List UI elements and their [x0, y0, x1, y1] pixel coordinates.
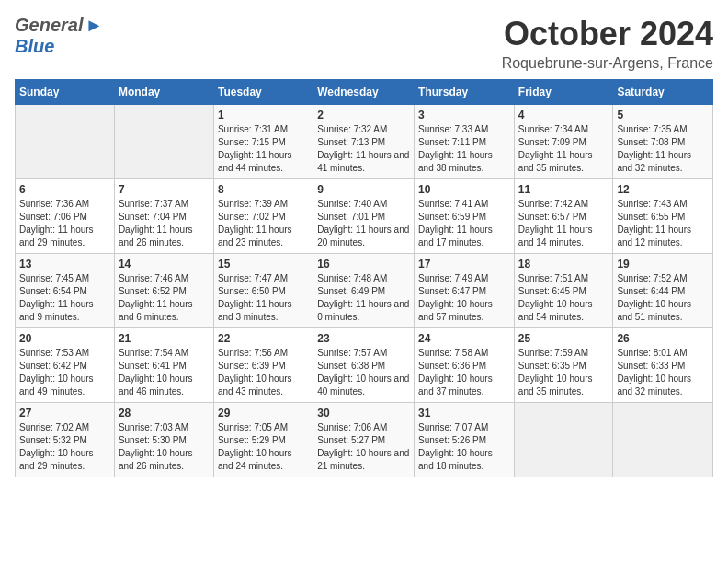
sunset: Sunset: 7:08 PM	[617, 137, 685, 147]
daylight: Daylight: 11 hours and 41 minutes.	[317, 150, 409, 173]
sunrise: Sunrise: 7:52 AM	[617, 273, 687, 283]
daylight: Daylight: 10 hours and 54 minutes.	[518, 299, 593, 322]
day-cell: 15Sunrise: 7:47 AMSunset: 6:50 PMDayligh…	[213, 254, 313, 328]
sunrise: Sunrise: 7:53 AM	[19, 348, 89, 358]
sunset: Sunset: 5:26 PM	[418, 435, 486, 445]
daylight: Daylight: 11 hours and 20 minutes.	[317, 224, 409, 247]
sunrise: Sunrise: 7:41 AM	[418, 199, 488, 209]
sunset: Sunset: 5:27 PM	[317, 435, 385, 445]
day-info: Sunrise: 7:56 AMSunset: 6:39 PMDaylight:…	[218, 347, 309, 398]
day-number: 1	[218, 109, 309, 121]
week-row-1: 1Sunrise: 7:31 AMSunset: 7:15 PMDaylight…	[16, 105, 713, 179]
day-info: Sunrise: 7:36 AMSunset: 7:06 PMDaylight:…	[19, 198, 110, 249]
day-number: 12	[617, 183, 709, 196]
daylight: Daylight: 10 hours and 57 minutes.	[418, 299, 493, 322]
day-number: 8	[218, 183, 309, 196]
day-number: 6	[19, 183, 110, 196]
daylight: Daylight: 11 hours and 0 minutes.	[317, 299, 409, 322]
day-info: Sunrise: 7:59 AMSunset: 6:35 PMDaylight:…	[518, 347, 609, 398]
sunset: Sunset: 6:52 PM	[119, 286, 187, 296]
sunset: Sunset: 7:02 PM	[218, 212, 286, 222]
page-header: General ► Blue October 2024 Roquebrune-s…	[15, 15, 713, 72]
day-cell: 24Sunrise: 7:58 AMSunset: 6:36 PMDayligh…	[415, 328, 515, 403]
day-cell: 17Sunrise: 7:49 AMSunset: 6:47 PMDayligh…	[415, 254, 515, 328]
column-header-tuesday: Tuesday	[213, 80, 313, 105]
sunset: Sunset: 6:36 PM	[418, 361, 486, 371]
day-number: 15	[218, 258, 309, 270]
location: Roquebrune-sur-Argens, France	[502, 55, 713, 72]
daylight: Daylight: 10 hours and 24 minutes.	[218, 448, 292, 471]
day-number: 27	[19, 407, 110, 419]
sunrise: Sunrise: 7:47 AM	[218, 273, 288, 283]
sunset: Sunset: 6:35 PM	[518, 361, 586, 371]
day-info: Sunrise: 7:40 AMSunset: 7:01 PMDaylight:…	[317, 198, 410, 249]
day-info: Sunrise: 7:05 AMSunset: 5:29 PMDaylight:…	[218, 421, 309, 473]
day-cell: 21Sunrise: 7:54 AMSunset: 6:41 PMDayligh…	[114, 328, 213, 403]
day-cell: 5Sunrise: 7:35 AMSunset: 7:08 PMDaylight…	[613, 105, 713, 179]
column-header-saturday: Saturday	[613, 80, 713, 105]
day-number: 25	[518, 332, 609, 345]
daylight: Daylight: 10 hours and 35 minutes.	[518, 373, 593, 396]
month-title: October 2024	[502, 15, 713, 53]
day-info: Sunrise: 7:35 AMSunset: 7:08 PMDaylight:…	[617, 123, 709, 175]
day-cell	[613, 403, 713, 477]
day-number: 21	[119, 332, 210, 345]
day-cell	[114, 105, 213, 179]
sunset: Sunset: 7:15 PM	[218, 137, 286, 147]
sunset: Sunset: 7:01 PM	[317, 212, 385, 222]
sunrise: Sunrise: 7:51 AM	[518, 273, 588, 283]
day-number: 26	[617, 332, 709, 345]
sunrise: Sunrise: 7:06 AM	[317, 422, 387, 432]
day-cell: 6Sunrise: 7:36 AMSunset: 7:06 PMDaylight…	[16, 179, 115, 254]
day-cell: 3Sunrise: 7:33 AMSunset: 7:11 PMDaylight…	[415, 105, 515, 179]
day-cell: 2Sunrise: 7:32 AMSunset: 7:13 PMDaylight…	[313, 105, 415, 179]
day-cell: 1Sunrise: 7:31 AMSunset: 7:15 PMDaylight…	[213, 105, 313, 179]
day-cell: 9Sunrise: 7:40 AMSunset: 7:01 PMDaylight…	[313, 179, 415, 254]
sunset: Sunset: 7:09 PM	[518, 137, 586, 147]
sunset: Sunset: 5:29 PM	[218, 435, 286, 445]
logo: General ► Blue	[15, 15, 103, 57]
daylight: Daylight: 10 hours and 49 minutes.	[19, 373, 94, 396]
daylight: Daylight: 10 hours and 43 minutes.	[218, 373, 292, 396]
day-info: Sunrise: 7:45 AMSunset: 6:54 PMDaylight:…	[19, 272, 110, 324]
day-info: Sunrise: 7:52 AMSunset: 6:44 PMDaylight:…	[617, 272, 709, 324]
day-cell: 22Sunrise: 7:56 AMSunset: 6:39 PMDayligh…	[213, 328, 313, 403]
logo-bird-icon: ►	[85, 15, 103, 36]
day-cell: 30Sunrise: 7:06 AMSunset: 5:27 PMDayligh…	[313, 403, 415, 477]
day-cell: 26Sunrise: 8:01 AMSunset: 6:33 PMDayligh…	[613, 328, 713, 403]
week-row-3: 13Sunrise: 7:45 AMSunset: 6:54 PMDayligh…	[16, 254, 713, 328]
daylight: Daylight: 11 hours and 44 minutes.	[218, 150, 292, 173]
daylight: Daylight: 10 hours and 37 minutes.	[418, 373, 493, 396]
day-info: Sunrise: 7:54 AMSunset: 6:41 PMDaylight:…	[119, 347, 210, 398]
day-info: Sunrise: 7:03 AMSunset: 5:30 PMDaylight:…	[119, 421, 210, 473]
sunrise: Sunrise: 7:02 AM	[19, 422, 89, 432]
day-info: Sunrise: 7:47 AMSunset: 6:50 PMDaylight:…	[218, 272, 309, 324]
sunset: Sunset: 6:57 PM	[518, 212, 586, 222]
day-cell: 12Sunrise: 7:43 AMSunset: 6:55 PMDayligh…	[613, 179, 713, 254]
daylight: Daylight: 11 hours and 29 minutes.	[19, 224, 94, 247]
sunrise: Sunrise: 7:05 AM	[218, 422, 288, 432]
sunrise: Sunrise: 7:40 AM	[317, 199, 387, 209]
day-number: 24	[418, 332, 510, 345]
day-number: 20	[19, 332, 110, 345]
sunrise: Sunrise: 7:37 AM	[119, 199, 188, 209]
day-cell: 13Sunrise: 7:45 AMSunset: 6:54 PMDayligh…	[16, 254, 115, 328]
day-info: Sunrise: 7:37 AMSunset: 7:04 PMDaylight:…	[119, 198, 210, 249]
sunrise: Sunrise: 7:46 AM	[119, 273, 188, 283]
daylight: Daylight: 11 hours and 35 minutes.	[518, 150, 593, 173]
daylight: Daylight: 11 hours and 26 minutes.	[119, 224, 193, 247]
day-cell: 7Sunrise: 7:37 AMSunset: 7:04 PMDaylight…	[114, 179, 213, 254]
day-cell	[514, 403, 613, 477]
day-number: 4	[518, 109, 609, 121]
day-info: Sunrise: 7:41 AMSunset: 6:59 PMDaylight:…	[418, 198, 510, 249]
day-cell: 28Sunrise: 7:03 AMSunset: 5:30 PMDayligh…	[114, 403, 213, 477]
daylight: Daylight: 10 hours and 18 minutes.	[418, 448, 493, 471]
sunset: Sunset: 6:44 PM	[617, 286, 685, 296]
daylight: Daylight: 11 hours and 3 minutes.	[218, 299, 292, 322]
sunset: Sunset: 5:30 PM	[119, 435, 187, 445]
day-number: 11	[518, 183, 609, 196]
day-info: Sunrise: 7:53 AMSunset: 6:42 PMDaylight:…	[19, 347, 110, 398]
day-number: 13	[19, 258, 110, 270]
day-info: Sunrise: 7:34 AMSunset: 7:09 PMDaylight:…	[518, 123, 609, 175]
day-cell: 8Sunrise: 7:39 AMSunset: 7:02 PMDaylight…	[213, 179, 313, 254]
